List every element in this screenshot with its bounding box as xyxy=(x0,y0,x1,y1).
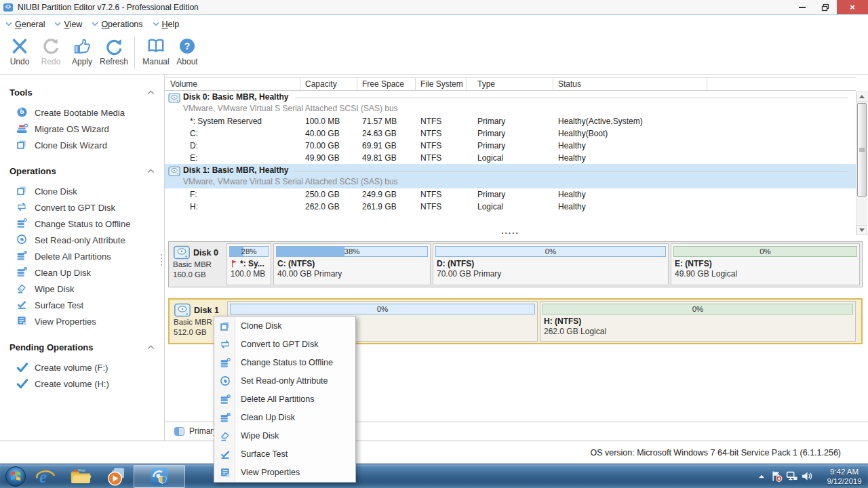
close-button[interactable]: × xyxy=(837,0,868,14)
scroll-up-button[interactable] xyxy=(856,92,867,102)
context-menu-item-label: Delete All Partitions xyxy=(235,394,314,404)
system-tray xyxy=(754,470,814,482)
volume-row[interactable]: E:49.90 GB49.81 GBNTFSLogicalHealthy xyxy=(165,152,856,164)
action-center-flag[interactable] xyxy=(769,470,784,482)
os-version-text: OS version: Microsoft Windows 7 64-bit S… xyxy=(590,448,841,458)
internet-explorer[interactable]: e xyxy=(28,465,63,488)
scroll-up-arrow-icon xyxy=(859,95,865,98)
cell-status: Healthy xyxy=(553,140,856,152)
sidebar-item-change-status-to-offline[interactable]: Change Status to Offline xyxy=(0,216,164,232)
column-header-file-system[interactable]: File System xyxy=(416,78,467,90)
menu-help[interactable]: Help xyxy=(153,20,180,29)
table-splitter-dots[interactable]: ..... xyxy=(165,226,856,236)
restore-button[interactable] xyxy=(814,0,837,14)
cell-capacity: 262.0 GB xyxy=(300,201,357,213)
toolbar-button-label: Apply xyxy=(72,57,92,66)
minimize-button[interactable] xyxy=(791,0,814,14)
sidebar-item-delete-all-partitions[interactable]: Delete All Partitions xyxy=(0,248,164,264)
manual-button[interactable]: Manual xyxy=(140,35,172,66)
sidebar-item-convert-to-gpt-disk[interactable]: Convert to GPT Disk xyxy=(0,199,164,216)
context-menu-item-set-read-only-attribute[interactable]: Set Read-only Attribute xyxy=(214,371,355,390)
menu-operations[interactable]: Operations xyxy=(92,20,142,29)
disk-group-row[interactable]: Disk 1: Basic MBR, HealthyVMware, VMware… xyxy=(165,164,856,188)
volume-row[interactable]: H:262.0 GB261.9 GBNTFSLogicalHealthy xyxy=(165,201,856,213)
sidebar-section-header[interactable]: Tools xyxy=(0,85,164,99)
column-header-volume[interactable]: Volume xyxy=(165,78,300,90)
niubi-partition-editor-icon xyxy=(149,466,170,487)
clone-icon xyxy=(16,185,28,197)
column-header-status[interactable]: Status xyxy=(553,78,707,90)
context-menu-item-convert-to-gpt-disk[interactable]: Convert to GPT Disk xyxy=(214,335,355,353)
context-menu-item-label: Change Status to Offline xyxy=(235,358,333,367)
sidebar-item-clone-disk-wizard[interactable]: Clone Disk Wizard xyxy=(0,137,164,153)
convert-icon xyxy=(214,339,235,350)
context-menu-item-delete-all-partitions[interactable]: Delete All Partitions xyxy=(214,390,355,408)
undo-button[interactable]: Undo xyxy=(4,35,35,66)
niubi-partition-editor[interactable] xyxy=(134,465,185,488)
usage-percent: 0% xyxy=(436,247,665,256)
context-menu-item-change-status-to-offline[interactable]: Change Status to Offline xyxy=(214,353,355,371)
surface-icon xyxy=(214,449,235,460)
table-scrollbar[interactable] xyxy=(856,92,867,235)
sidebar-item-surface-test[interactable]: Surface Test xyxy=(0,297,164,313)
context-menu-item-clean-up-disk[interactable]: Clean Up Disk xyxy=(214,409,355,427)
refresh-button[interactable]: Refresh xyxy=(98,35,130,66)
partition-block-d-ntfs[interactable]: 0%D: (NTFS)70.00 GB Primary xyxy=(433,243,669,285)
sidebar-item-create-volume-f[interactable]: Create volume (F:) xyxy=(0,359,164,375)
sidebar-splitter-handle[interactable] xyxy=(161,253,162,266)
cell-volume: E: xyxy=(165,152,300,164)
partition-block-h-ntfs[interactable]: 0%H: (NTFS)262.0 GB Logical xyxy=(540,301,856,342)
sidebar-item-create-bootable-media[interactable]: Create Bootable Media xyxy=(0,104,164,121)
apply-button[interactable]: Apply xyxy=(66,35,98,66)
sidebar-section-header[interactable]: Operations xyxy=(0,164,164,178)
sidebar-item-label: Set Read-only Attribute xyxy=(35,235,125,245)
disk-group-row[interactable]: Disk 0: Basic MBR, HealthyVMware, VMware… xyxy=(165,91,856,115)
context-menu-item-wipe-disk[interactable]: Wipe Disk xyxy=(214,427,355,445)
cell-type: Logical xyxy=(467,152,553,164)
sidebar-item-clone-disk[interactable]: Clone Disk xyxy=(0,183,164,199)
context-menu-item-surface-test[interactable]: Surface Test xyxy=(214,445,355,464)
scroll-down-button[interactable] xyxy=(856,225,867,235)
sidebar-section-operations: OperationsClone DiskConvert to GPT DiskC… xyxy=(0,164,164,329)
disk-strip-disk-0[interactable]: Disk 0Basic MBR160.0 GB28%*: Sy...100.0 … xyxy=(168,241,863,287)
disk-head[interactable]: Disk 0Basic MBR160.0 GB xyxy=(170,243,224,285)
scrollbar-thumb[interactable] xyxy=(857,103,867,197)
cell-file-system: NTFS xyxy=(416,127,467,140)
menu-label: View xyxy=(64,20,82,29)
volume-row[interactable]: *: System Reserved100.0 MB71.57 MBNTFSPr… xyxy=(165,115,856,127)
sidebar-item-create-volume-h[interactable]: Create volume (H:) xyxy=(0,375,164,392)
sidebar-item-set-read-only-attribute[interactable]: Set Read-only Attribute xyxy=(0,232,164,248)
media-player[interactable] xyxy=(98,465,134,488)
sidebar-section-header[interactable]: Pending Operations xyxy=(0,340,164,354)
cell-type: Primary xyxy=(467,140,553,152)
sidebar-item-view-properties[interactable]: View Properties xyxy=(0,313,164,329)
partition-block-c-ntfs[interactable]: 38%C: (NTFS)40.00 GB Primary xyxy=(273,243,431,285)
column-header-type[interactable]: Type xyxy=(467,78,553,90)
scrollbar-track[interactable] xyxy=(856,102,867,225)
context-menu-item-clone-disk[interactable]: Clone Disk xyxy=(214,317,355,335)
partition-block-sy[interactable]: 28%*: Sy...100.0 MB xyxy=(226,243,271,285)
windows-explorer[interactable] xyxy=(63,465,98,488)
start-button[interactable] xyxy=(3,465,28,488)
volume[interactable] xyxy=(799,470,814,482)
refresh-icon xyxy=(104,35,123,56)
menu-general[interactable]: General xyxy=(5,20,45,29)
column-header-capacity[interactable]: Capacity xyxy=(300,78,357,90)
about-button[interactable]: ?About xyxy=(172,35,203,66)
offline-icon xyxy=(214,357,235,368)
column-header-free-space[interactable]: Free Space xyxy=(357,78,416,90)
sidebar-item-clean-up-disk[interactable]: Clean Up Disk xyxy=(0,264,164,281)
volume-table-header: VolumeCapacityFree SpaceFile SystemTypeS… xyxy=(165,77,856,91)
volume-row[interactable]: D:70.00 GB69.91 GBNTFSPrimaryHealthy xyxy=(165,140,856,152)
show-hidden-icons[interactable] xyxy=(754,474,769,479)
volume-row[interactable]: F:250.0 GB249.9 GBNTFSPrimaryHealthy xyxy=(165,188,856,201)
partition-label: H: (NTFS) xyxy=(540,316,855,327)
volume-row[interactable]: C:40.00 GB24.63 GBNTFSPrimaryHealthy(Boo… xyxy=(165,127,856,140)
network[interactable] xyxy=(784,470,799,482)
taskbar-clock[interactable]: 9:42 AM9/12/2019 xyxy=(821,467,868,486)
menu-view[interactable]: View xyxy=(54,20,82,29)
sidebar-item-wipe-disk[interactable]: Wipe Disk xyxy=(0,281,164,297)
partition-block-e-ntfs[interactable]: 0%E: (NTFS)49.90 GB Logical xyxy=(671,243,860,285)
context-menu-item-view-properties[interactable]: View Properties xyxy=(214,464,355,482)
sidebar-item-migrate-os-wizard[interactable]: Migrate OS Wizard xyxy=(0,121,164,137)
